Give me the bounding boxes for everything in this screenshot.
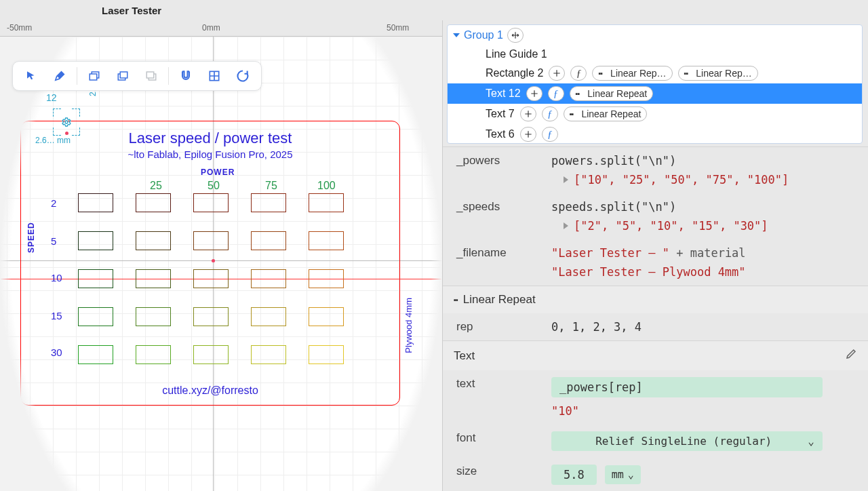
fx-icon[interactable]: ƒ bbox=[542, 127, 558, 142]
gear-icon[interactable] bbox=[61, 117, 72, 130]
outline-item[interactable]: Line Guide 1 bbox=[448, 45, 862, 63]
modifier-pill[interactable]: ▪▪ Linear Repeat bbox=[564, 106, 648, 121]
fx-icon[interactable]: ƒ bbox=[548, 86, 564, 101]
test-cell[interactable] bbox=[309, 269, 344, 288]
outline-item-name: Text 6 bbox=[486, 128, 515, 140]
transform-icon[interactable] bbox=[520, 106, 536, 121]
material-label: Plywood 4mm bbox=[403, 298, 414, 353]
outline-item-selected[interactable]: Text 12 ƒ ▪▪ Linear Repeat bbox=[448, 83, 862, 104]
param-value[interactable]: "Laser Tester – " + material "Laser Test… bbox=[551, 246, 854, 279]
text-expr[interactable]: _powers[rep] bbox=[551, 377, 823, 397]
test-cell[interactable] bbox=[193, 231, 229, 250]
modifier-pill[interactable]: ▪▪ Linear Rep… bbox=[592, 66, 672, 81]
layers-button[interactable] bbox=[137, 64, 165, 88]
test-cell[interactable] bbox=[309, 193, 344, 212]
test-cell[interactable] bbox=[78, 231, 113, 250]
unit-select[interactable]: mm⌄ bbox=[605, 465, 641, 484]
param-row[interactable]: _filename "Laser Tester – " + material "… bbox=[443, 239, 868, 286]
ruler-horizontal: -50mm 0mm 50mm bbox=[0, 20, 442, 37]
selection-dim-h: 2.6… mm bbox=[35, 136, 71, 145]
transform-icon[interactable] bbox=[507, 28, 524, 43]
transform-icon[interactable] bbox=[549, 66, 565, 81]
test-cell[interactable] bbox=[193, 307, 229, 326]
fx-icon[interactable]: ƒ bbox=[542, 106, 558, 121]
param-row[interactable]: font Relief SingleLine (regular) ⌄ bbox=[443, 425, 868, 458]
svg-rect-2 bbox=[120, 72, 127, 78]
expand-icon[interactable] bbox=[564, 222, 568, 229]
param-row[interactable]: _speeds speeds.split("\n") ["2", "5", "1… bbox=[443, 193, 868, 239]
param-row[interactable]: size 5.8 mm⌄ bbox=[443, 458, 868, 491]
expand-icon[interactable] bbox=[564, 176, 568, 183]
chevron-down-icon: ⌄ bbox=[628, 469, 634, 481]
svg-point-0 bbox=[65, 121, 68, 123]
text-section-header[interactable]: Text bbox=[443, 340, 868, 370]
pen-tool[interactable] bbox=[45, 64, 74, 88]
test-cell[interactable] bbox=[78, 345, 113, 364]
export-button[interactable] bbox=[108, 64, 137, 88]
disclosure-icon[interactable] bbox=[453, 33, 460, 37]
test-cell[interactable] bbox=[251, 231, 286, 250]
param-row[interactable]: text _powers[rep] "10" bbox=[443, 370, 868, 425]
snap-toggle[interactable] bbox=[172, 64, 200, 88]
fx-icon[interactable]: ƒ bbox=[570, 66, 587, 81]
outline-item[interactable]: Text 7 ƒ ▪▪ Linear Repeat bbox=[448, 104, 862, 124]
test-cell[interactable] bbox=[78, 193, 113, 212]
outline-item-name: Line Guide 1 bbox=[486, 48, 547, 60]
select-tool[interactable] bbox=[17, 64, 45, 88]
param-row[interactable]: rep 0, 1, 2, 3, 4 bbox=[443, 313, 868, 340]
modifier-pill[interactable]: ▪▪ Linear Repeat bbox=[570, 86, 654, 101]
test-cell[interactable] bbox=[78, 269, 113, 288]
reset-view-button[interactable] bbox=[229, 64, 257, 88]
outline-item[interactable]: Rectangle 2 ƒ ▪▪ Linear Rep… ▪▪ Linear R… bbox=[448, 63, 862, 83]
test-cell[interactable] bbox=[251, 345, 286, 364]
outline-group[interactable]: Group 1 bbox=[448, 25, 862, 45]
properties-panel: Group 1 Line Guide 1 Rectangle 2 ƒ ▪▪ Li… bbox=[443, 20, 868, 491]
test-cell[interactable] bbox=[136, 269, 171, 288]
param-value[interactable]: speeds.split("\n") ["2", "5", "10", "15"… bbox=[551, 200, 854, 233]
test-cell[interactable] bbox=[309, 231, 344, 250]
modifier-title: Linear Repeat bbox=[463, 293, 536, 307]
test-cell[interactable] bbox=[251, 307, 286, 326]
test-cell[interactable] bbox=[136, 231, 171, 250]
test-cell[interactable] bbox=[309, 345, 344, 364]
param-label: _speeds bbox=[456, 200, 545, 214]
test-cell[interactable] bbox=[78, 307, 113, 326]
param-row[interactable]: _powers powers.split("\n") ["10", "25", … bbox=[443, 147, 868, 193]
outline-tree[interactable]: Group 1 Line Guide 1 Rectangle 2 ƒ ▪▪ Li… bbox=[447, 24, 863, 144]
canvas[interactable]: Laser speed / power test ~lto Fablab, Ep… bbox=[0, 37, 442, 491]
param-value[interactable]: powers.split("\n") ["10", "25", "50", "7… bbox=[551, 154, 854, 186]
test-cell[interactable] bbox=[251, 193, 286, 212]
param-value[interactable]: 0, 1, 2, 3, 4 bbox=[551, 320, 854, 334]
import-button[interactable] bbox=[80, 64, 108, 88]
test-cell[interactable] bbox=[136, 307, 171, 326]
transform-icon[interactable] bbox=[520, 127, 536, 142]
edit-icon[interactable] bbox=[845, 348, 857, 364]
param-label: font bbox=[456, 431, 545, 445]
test-cell[interactable] bbox=[136, 193, 171, 212]
test-cell[interactable] bbox=[193, 345, 229, 364]
font-select[interactable]: Relief SingleLine (regular) ⌄ bbox=[551, 431, 823, 451]
power-label: POWER bbox=[201, 168, 235, 177]
grid-toggle[interactable] bbox=[200, 64, 229, 88]
size-value[interactable]: 5.8 bbox=[551, 465, 597, 485]
test-cell[interactable] bbox=[251, 269, 286, 288]
modifier-pill[interactable]: ▪▪ Linear Rep… bbox=[678, 66, 758, 81]
param-value[interactable]: _powers[rep] "10" bbox=[551, 377, 854, 418]
ruler-tick: 50mm bbox=[387, 23, 409, 33]
transform-icon[interactable] bbox=[526, 86, 542, 101]
modifier-section-header[interactable]: ▪▪ Linear Repeat bbox=[443, 286, 868, 313]
eval-result: "10" bbox=[551, 404, 579, 418]
artwork-frame[interactable]: Laser speed / power test ~lto Fablab, Ep… bbox=[20, 121, 400, 406]
test-cell[interactable] bbox=[309, 307, 344, 326]
power-col: 50 bbox=[208, 180, 220, 192]
eval-result: "Laser Tester – Plywood 4mm" bbox=[551, 265, 746, 279]
canvas-area[interactable]: -50mm 0mm 50mm Laser speed / power test … bbox=[0, 20, 443, 491]
test-cell[interactable] bbox=[136, 345, 171, 364]
test-cell[interactable] bbox=[193, 193, 229, 212]
svg-rect-1 bbox=[90, 74, 97, 80]
test-cell[interactable] bbox=[193, 269, 229, 288]
artwork-subtitle: ~lto Fablab, Epilog Fusion Pro, 2025 bbox=[21, 149, 399, 160]
outline-item[interactable]: Text 6 ƒ bbox=[448, 124, 862, 143]
speed-row: 10 bbox=[51, 272, 62, 283]
selection-anchor[interactable] bbox=[65, 132, 68, 135]
